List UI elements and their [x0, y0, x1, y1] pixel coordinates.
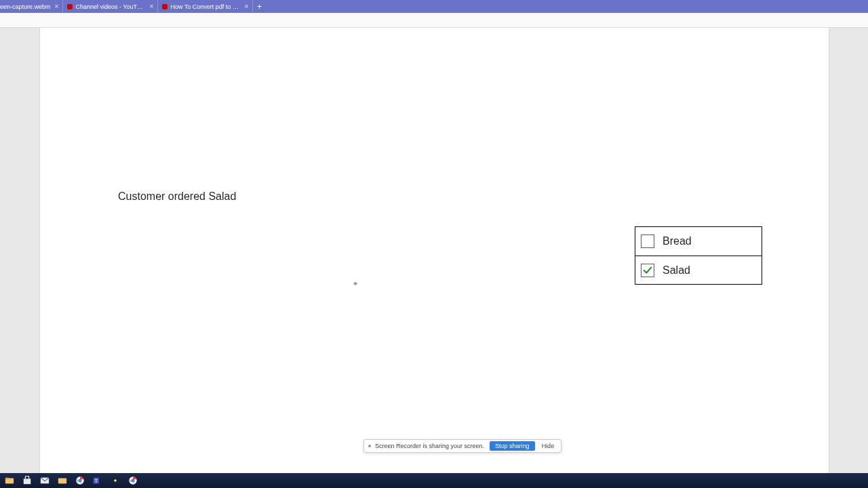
file-explorer-icon[interactable]	[3, 474, 16, 487]
windows-taskbar: T	[0, 473, 868, 488]
checkbox-bread[interactable]	[641, 235, 654, 248]
screen-share-bar: Screen Recorder is sharing your screen. …	[363, 439, 561, 453]
svg-point-10	[114, 479, 117, 482]
chrome-icon-2[interactable]	[126, 474, 140, 487]
browser-tab-2[interactable]: How To Convert pdf to word wit ×	[158, 0, 253, 13]
store-icon[interactable]	[20, 474, 34, 487]
teams-icon[interactable]: T	[91, 474, 104, 487]
tab-label: Channel videos - YouTube Studio	[75, 3, 145, 10]
checkbox-salad[interactable]	[641, 264, 654, 277]
svg-rect-1	[5, 478, 9, 480]
browser-tab-1[interactable]: Channel videos - YouTube Studio ×	[63, 0, 158, 13]
browser-tabstrip: een-capture.webm × Channel videos - YouT…	[0, 0, 868, 13]
youtube-favicon-icon	[162, 4, 167, 9]
close-icon[interactable]: ×	[55, 3, 59, 10]
tab-label: een-capture.webm	[0, 3, 51, 10]
choice-row-bread[interactable]: Bread	[635, 227, 762, 256]
choice-row-salad[interactable]: Salad	[635, 256, 762, 284]
tab-label: How To Convert pdf to word wit	[170, 3, 240, 10]
recorder-icon[interactable]	[108, 474, 122, 487]
chrome-icon[interactable]	[73, 474, 87, 487]
browser-tab-0[interactable]: een-capture.webm ×	[0, 0, 63, 13]
checkmark-icon	[643, 266, 652, 275]
youtube-favicon-icon	[67, 4, 73, 9]
close-icon[interactable]: ×	[245, 3, 249, 10]
stop-sharing-button[interactable]: Stop sharing	[490, 441, 535, 451]
svg-rect-2	[24, 479, 31, 484]
share-message: Screen Recorder is sharing your screen.	[375, 443, 484, 449]
folder-icon[interactable]	[56, 474, 69, 487]
choice-label: Salad	[663, 264, 690, 277]
mail-icon[interactable]	[38, 474, 52, 487]
new-tab-button[interactable]: +	[253, 1, 265, 13]
choice-panel: Bread Salad	[635, 226, 762, 285]
browser-toolbar	[0, 13, 868, 28]
viewport: Customer ordered Salad Bread Salad ⌖ Scr…	[0, 28, 868, 473]
svg-rect-4	[58, 479, 66, 484]
hide-button[interactable]: Hide	[539, 441, 557, 451]
close-icon[interactable]: ×	[150, 3, 154, 10]
choice-label: Bread	[663, 235, 692, 247]
svg-text:T: T	[95, 479, 98, 483]
document-page: Customer ordered Salad Bread Salad	[39, 28, 829, 473]
status-dot-icon	[368, 445, 371, 447]
body-text: Customer ordered Salad	[118, 190, 236, 203]
